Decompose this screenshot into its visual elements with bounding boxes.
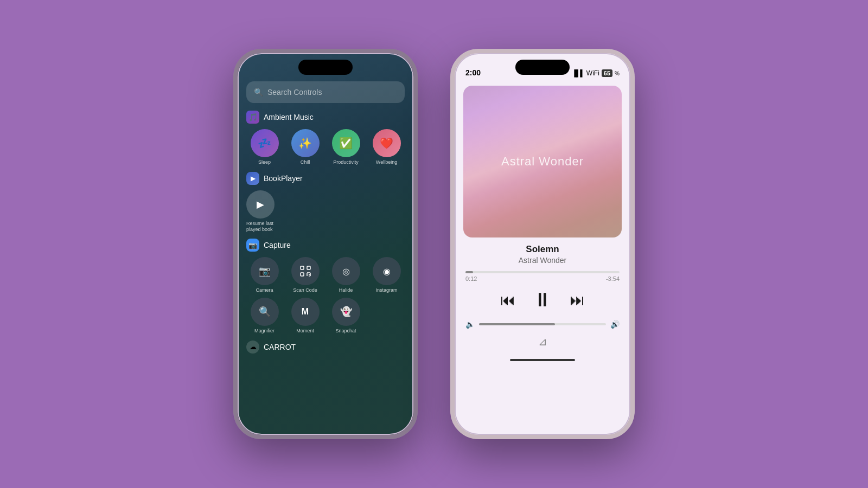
search-placeholder: Search Controls xyxy=(267,88,322,97)
volume-low-icon: 🔈 xyxy=(465,320,475,329)
home-indicator xyxy=(510,359,575,361)
ambient-header: 🎵 Ambient Music xyxy=(246,111,405,124)
phone-left: 🔍 Search Controls 🎵 Ambient Music 💤 Slee… xyxy=(233,49,418,439)
capture-section-icon: 📷 xyxy=(246,239,259,252)
moment-label: Moment xyxy=(296,328,314,334)
instagram-item[interactable]: ◉ Instagram xyxy=(368,257,405,293)
ambient-grid: 💤 Sleep ✨ Chill ✅ Productivity ❤️ Wellbe… xyxy=(246,129,405,165)
progress-times: 0:12 -3:54 xyxy=(465,275,620,282)
track-info: Solemn Astral Wonder xyxy=(455,237,630,269)
play-icon: ▶ xyxy=(246,190,275,219)
moment-item[interactable]: M Moment xyxy=(287,298,323,334)
halide-icon: ◎ xyxy=(332,257,360,285)
volume-high-icon: 🔊 xyxy=(610,320,620,329)
volume-container: 🔈 🔊 xyxy=(455,318,630,333)
instagram-icon: ◉ xyxy=(373,257,401,285)
ambient-section-icon: 🎵 xyxy=(246,111,259,124)
carrot-title: CARROT xyxy=(264,343,296,351)
magnifier-icon: 🔍 xyxy=(251,298,279,326)
capture-title: Capture xyxy=(264,241,291,249)
wifi-icon: WiFi xyxy=(586,69,599,77)
battery-icon: 65 xyxy=(602,69,612,77)
ambient-title: Ambient Music xyxy=(264,113,314,121)
battery-percent-label: % xyxy=(615,70,620,76)
scan-code-item[interactable]: Scan Code xyxy=(287,257,323,293)
album-art-title: Astral Wonder xyxy=(501,155,584,169)
resume-book-item[interactable]: ▶ Resume last played book xyxy=(246,190,275,233)
time-current: 0:12 xyxy=(465,275,477,282)
capture-grid-row1: 📷 Camera xyxy=(246,257,405,293)
bookplayer-title: BookPlayer xyxy=(264,174,303,183)
halide-label: Halide xyxy=(339,287,353,293)
dynamic-island-left xyxy=(298,60,353,75)
scan-code-icon xyxy=(291,257,320,285)
player-controls: ⏮ ⏸ ⏭ xyxy=(455,284,630,318)
sleep-icon: 💤 xyxy=(251,129,279,157)
chill-icon: ✨ xyxy=(291,129,320,157)
volume-bar-fill xyxy=(479,323,555,325)
svg-rect-0 xyxy=(301,266,304,269)
section-capture: 📷 Capture 📷 Camera xyxy=(246,239,405,334)
resume-label: Resume last played book xyxy=(246,221,275,233)
track-title: Solemn xyxy=(465,244,620,255)
list-item[interactable]: 💤 Sleep xyxy=(246,129,283,165)
section-carrot: ☁ CARROT xyxy=(246,341,405,354)
wellbeing-label: Wellbeing xyxy=(376,159,397,165)
magnifier-label: Magnifier xyxy=(254,328,275,334)
status-icons: ▐▌▌ WiFi 65 % xyxy=(572,69,620,77)
halide-item[interactable]: ◎ Halide xyxy=(328,257,364,293)
carrot-header: ☁ CARROT xyxy=(246,341,405,354)
album-art: Astral Wonder xyxy=(463,86,622,237)
dynamic-island-right xyxy=(515,60,570,75)
instagram-label: Instagram xyxy=(375,287,397,293)
search-bar[interactable]: 🔍 Search Controls xyxy=(246,81,405,103)
svg-rect-1 xyxy=(307,266,310,269)
list-item[interactable]: ✅ Productivity xyxy=(328,129,364,165)
bookplayer-header: ▶ BookPlayer xyxy=(246,172,405,185)
capture-grid-row2: 🔍 Magnifier M Moment 👻 Snapchat xyxy=(246,298,405,334)
phone-right: 2:00 ▐▌▌ WiFi 65 % Astral Wonder Solemn … xyxy=(450,49,635,439)
camera-icon: 📷 xyxy=(251,257,279,285)
signal-icon: ▐▌▌ xyxy=(572,69,584,77)
bookplayer-section-icon: ▶ xyxy=(246,172,259,185)
carrot-section-icon: ☁ xyxy=(246,341,259,354)
time-remaining: -3:54 xyxy=(606,275,620,282)
section-ambient: 🎵 Ambient Music 💤 Sleep ✨ Chill ✅ Produc… xyxy=(246,111,405,165)
svg-rect-2 xyxy=(301,273,304,276)
section-bookplayer: ▶ BookPlayer ▶ Resume last played book xyxy=(246,172,405,233)
snapchat-item[interactable]: 👻 Snapchat xyxy=(328,298,364,334)
productivity-icon: ✅ xyxy=(332,129,360,157)
pause-button[interactable]: ⏸ xyxy=(533,288,552,311)
list-item[interactable]: ✨ Chill xyxy=(287,129,323,165)
sleep-label: Sleep xyxy=(258,159,271,165)
airplay-icon[interactable]: ⊿ xyxy=(538,335,547,348)
search-icon: 🔍 xyxy=(254,88,263,97)
camera-item[interactable]: 📷 Camera xyxy=(246,257,283,293)
snapchat-icon: 👻 xyxy=(332,298,360,326)
camera-label: Camera xyxy=(256,287,273,293)
snapchat-label: Snapchat xyxy=(335,328,356,334)
moment-icon: M xyxy=(291,298,320,326)
track-artist: Astral Wonder xyxy=(465,256,620,265)
status-time: 2:00 xyxy=(465,68,481,77)
wellbeing-icon: ❤️ xyxy=(373,129,401,157)
magnifier-item[interactable]: 🔍 Magnifier xyxy=(246,298,283,334)
progress-container[interactable]: 0:12 -3:54 xyxy=(455,269,630,284)
progress-bar-fill xyxy=(465,271,473,273)
airplay-container: ⊿ xyxy=(455,333,630,352)
progress-bar-bg xyxy=(465,271,620,273)
capture-header: 📷 Capture xyxy=(246,239,405,252)
scan-code-label: Scan Code xyxy=(293,287,317,293)
rewind-button[interactable]: ⏮ xyxy=(500,291,515,309)
volume-bar-bg[interactable] xyxy=(479,323,606,325)
forward-button[interactable]: ⏭ xyxy=(570,291,585,309)
productivity-label: Productivity xyxy=(333,159,359,165)
chill-label: Chill xyxy=(301,159,310,165)
cc-content: 🔍 Search Controls 🎵 Ambient Music 💤 Slee… xyxy=(238,77,413,435)
list-item[interactable]: ❤️ Wellbeing xyxy=(368,129,405,165)
